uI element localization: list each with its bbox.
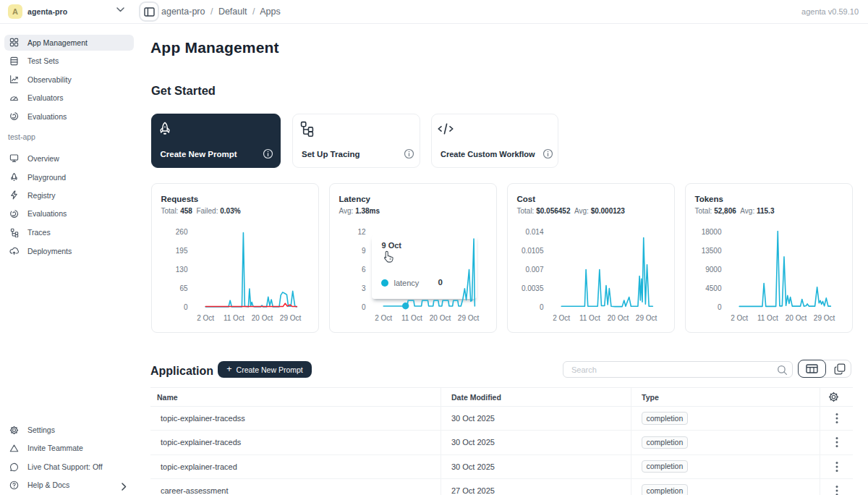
- svg-text:130: 130: [175, 266, 187, 274]
- svg-text:11 Oct: 11 Oct: [579, 314, 600, 322]
- svg-text:2 Oct: 2 Oct: [197, 314, 214, 322]
- svg-text:0: 0: [539, 303, 543, 311]
- svg-text:2 Oct: 2 Oct: [731, 314, 748, 322]
- svg-text:260: 260: [175, 228, 187, 236]
- svg-text:29 Oct: 29 Oct: [279, 314, 301, 322]
- svg-text:6: 6: [361, 266, 365, 274]
- svg-text:0.0035: 0.0035: [521, 284, 543, 292]
- svg-text:29 Oct: 29 Oct: [457, 314, 479, 322]
- svg-text:20 Oct: 20 Oct: [429, 314, 451, 322]
- svg-text:0: 0: [717, 303, 721, 311]
- svg-text:0.014: 0.014: [525, 228, 543, 236]
- svg-text:20 Oct: 20 Oct: [607, 314, 629, 322]
- svg-text:3: 3: [361, 284, 365, 292]
- svg-text:2 Oct: 2 Oct: [375, 314, 392, 322]
- svg-text:4500: 4500: [705, 284, 722, 292]
- svg-text:29 Oct: 29 Oct: [813, 314, 835, 322]
- svg-text:11 Oct: 11 Oct: [757, 314, 778, 322]
- svg-text:0.0105: 0.0105: [521, 247, 543, 255]
- svg-text:20 Oct: 20 Oct: [251, 314, 273, 322]
- svg-text:11 Oct: 11 Oct: [401, 314, 422, 322]
- svg-text:0: 0: [183, 303, 187, 311]
- svg-text:2 Oct: 2 Oct: [553, 314, 570, 322]
- svg-text:12: 12: [357, 228, 366, 236]
- svg-text:20 Oct: 20 Oct: [785, 314, 807, 322]
- svg-text:18000: 18000: [701, 228, 721, 236]
- svg-text:0: 0: [361, 303, 365, 311]
- svg-text:9: 9: [361, 247, 365, 255]
- svg-text:11 Oct: 11 Oct: [223, 314, 244, 322]
- svg-text:29 Oct: 29 Oct: [635, 314, 657, 322]
- svg-text:0.007: 0.007: [525, 266, 543, 274]
- svg-text:13500: 13500: [701, 247, 721, 255]
- svg-text:195: 195: [175, 247, 187, 255]
- svg-text:65: 65: [179, 284, 188, 292]
- svg-text:9000: 9000: [705, 266, 722, 274]
